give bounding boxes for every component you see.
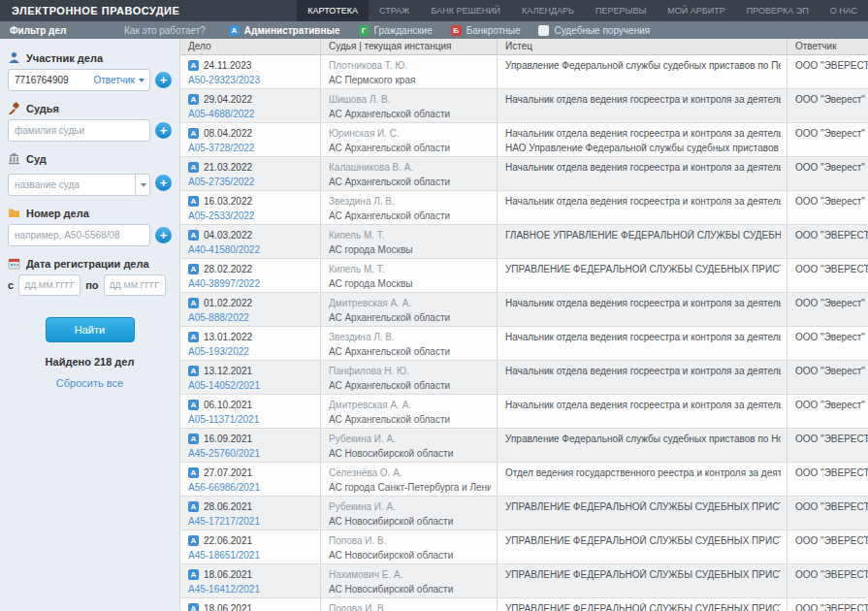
case-type-letter-icon [538,25,549,36]
nav-item-мой-арбитр[interactable]: МОЙ АРБИТР [657,0,735,21]
judge-name: Звездина Л. В. [329,332,491,342]
case-date-text: 29.04.2022 [204,94,252,105]
plaintiff-cell: Начальник отдела ведения госреестра и ко… [498,395,788,428]
case-type-icon: А [188,94,199,105]
plaintiff-line: УПРАВЛЕНИЕ ФЕДЕРАЛЬНОЙ СЛУЖБЫ СУДЕБНЫХ П… [505,569,781,580]
add-participant-button[interactable]: + [155,72,172,88]
case-number-link[interactable]: А05-193/2022 [188,346,314,357]
table-row: А24.11.2023А50-29323/2023Плотникова Т. Ю… [180,55,868,89]
tab-административные[interactable]: ААдминистративные [229,25,340,36]
case-number-link[interactable]: А45-16412/2021 [188,584,314,595]
court-name: АС города Санкт-Петербурга и Ленинградс [329,482,491,493]
case-number-link[interactable]: А56-66986/2021 [188,482,314,493]
tab-label: Гражданские [374,25,433,36]
defendant-cell: ООО "ЭВЕРЕСТ" [788,463,868,496]
plaintiff-line: ГЛАВНОЕ УПРАВЛЕНИЕ ФЕДЕРАЛЬНОЙ СЛУЖБЫ СУ… [505,230,781,241]
plaintiff-line: Начальник отдела ведения госреестра и ко… [505,332,781,342]
date-to-input[interactable] [104,274,166,296]
table-row: А04.03.2022А40-41580/2022Кипель М. Т.АС … [180,225,868,259]
plaintiff-line: Начальник отдела ведения госреестра и ко… [505,162,781,173]
defendant-cell: ООО "Эверест" [788,327,868,360]
case-number-link[interactable]: А05-4688/2022 [188,109,314,119]
case-type-icon: А [188,535,199,546]
court-name: АС Новосибирской области [329,516,491,527]
chevron-down-icon [141,183,146,187]
court-input[interactable] [8,174,150,196]
table-row: А16.09.2021А45-25760/2021Рубекина И. А.А… [180,429,868,463]
case-number-link[interactable]: А50-29323/2023 [188,75,314,85]
plaintiff-line: Начальник отдела ведения госреестра и ко… [505,128,781,139]
court-name: АС Архангельской области [329,346,491,357]
case-number-link[interactable]: А05-888/2022 [188,312,314,323]
case-date-text: 16.09.2021 [204,434,252,444]
date-from-label: с [8,279,14,291]
case-date: А06.10.2021 [188,400,314,410]
case-number-input[interactable] [8,224,150,246]
nav-item-о-нас[interactable]: О НАС [820,0,868,21]
case-date-text: 28.02.2022 [204,264,252,274]
case-number-link[interactable]: А05-2735/2022 [188,177,314,187]
case-number-link[interactable]: А05-2533/2022 [188,210,314,221]
plaintiff-cell: Начальник отдела ведения госреестра и ко… [498,123,788,156]
tab-судебные-поручения[interactable]: Судебные поручения [538,25,650,36]
case-number-link[interactable]: А45-18651/2021 [188,550,314,561]
add-case-number-button[interactable]: + [155,227,172,243]
nav-item-календарь[interactable]: КАЛЕНДАРЬ [511,0,585,21]
tab-банкротные[interactable]: ББанкротные [451,25,521,36]
plaintiff-cell: УПРАВЛЕНИЕ ФЕДЕРАЛЬНОЙ СЛУЖБЫ СУДЕБНЫХ П… [498,497,788,530]
court-name: АС Новосибирской области [329,584,491,595]
case-cell: А13.12.2021А05-14052/2021 [180,361,321,394]
nav-item-картотека[interactable]: КАРТОТЕКА [297,0,369,21]
case-type-icon: А [188,569,199,580]
how-it-works-link[interactable]: Как это работает? [124,25,206,36]
tab-label: Административные [244,25,340,36]
tab-гражданские[interactable]: ГГражданские [359,25,433,36]
judge-cell: Шишова Л. В.АС Архангельской области [321,89,498,122]
court-name: АС Архангельской области [329,312,491,323]
case-number-link[interactable]: А40-38997/2022 [188,278,314,289]
case-date-text: 24.11.2023 [204,60,251,71]
case-date-text: 13.01.2022 [204,332,252,342]
judge-cell: Дмитревская А. А.АС Архангельской област… [321,293,498,326]
case-number-link[interactable]: А45-17217/2021 [188,516,314,527]
case-number-link[interactable]: А45-25760/2021 [188,448,314,459]
court-name: АС Архангельской области [329,177,491,187]
defendant-cell: ООО "Эверест" [788,293,868,326]
table-row: А27.07.2021А56-66986/2021Селезнёва О. А.… [180,463,868,497]
judge-name: Селезнёва О. А. [329,467,491,478]
tab-label: Банкротные [466,25,521,36]
nav-item-банк-решений[interactable]: БАНК РЕШЕНИЙ [420,0,511,21]
plaintiff-cell: Отдел ведения государственного реестра и… [498,463,788,496]
case-date-text: 08.04.2022 [204,128,252,139]
court-name: АС города Москвы [329,244,491,255]
case-type-icon: А [188,128,199,139]
case-number-link[interactable]: А40-41580/2022 [188,244,314,255]
case-number-link[interactable]: А05-3728/2022 [188,143,314,153]
judge-cell: Юринская И. С.АС Архангельской области [321,123,498,156]
judge-input[interactable] [8,119,150,142]
results-count: Найдено 218 дел [8,356,172,368]
reset-all-link[interactable]: Сбросить все [8,377,172,389]
table-row: А18.06.2021Попова И. В.УПРАВЛЕНИЕ ФЕДЕРА… [180,598,868,611]
add-judge-button[interactable]: + [155,122,172,139]
table-header: Дело Судья | текущая инстанция Истец Отв… [180,39,868,55]
nav-item-страж[interactable]: СТРАЖ [369,0,420,21]
court-name: АС Архангельской области [329,210,491,221]
court-dropdown-button[interactable] [135,175,150,195]
defendant-cell: ООО "Эверест" [788,361,868,394]
case-cell: А18.06.2021 [180,598,321,611]
case-number-link[interactable]: А05-11371/2021 [188,414,314,425]
search-button[interactable]: Найти [46,317,135,342]
nav-item-перерывы[interactable]: ПЕРЕРЫВЫ [585,0,657,21]
date-from-input[interactable] [18,274,80,296]
gavel-icon [8,102,20,114]
judge-name: Кипель М. Т. [329,264,491,274]
nav-item-проверка-эп[interactable]: ПРОВЕРКА ЭП [736,0,820,21]
add-court-button[interactable]: + [155,175,172,191]
participant-role-select[interactable]: Ответчик [93,69,145,91]
plaintiff-cell: УПРАВЛЕНИЕ ФЕДЕРАЛЬНОЙ СЛУЖБЫ СУДЕБНЫХ П… [498,598,788,611]
table-row: А16.03.2022А05-2533/2022Звездина Л. В.АС… [180,191,868,225]
case-number-link[interactable]: А05-14052/2021 [188,380,314,391]
defendant-cell: ООО "Эверест" [788,89,868,122]
results-table: Дело Судья | текущая инстанция Истец Отв… [179,39,868,611]
